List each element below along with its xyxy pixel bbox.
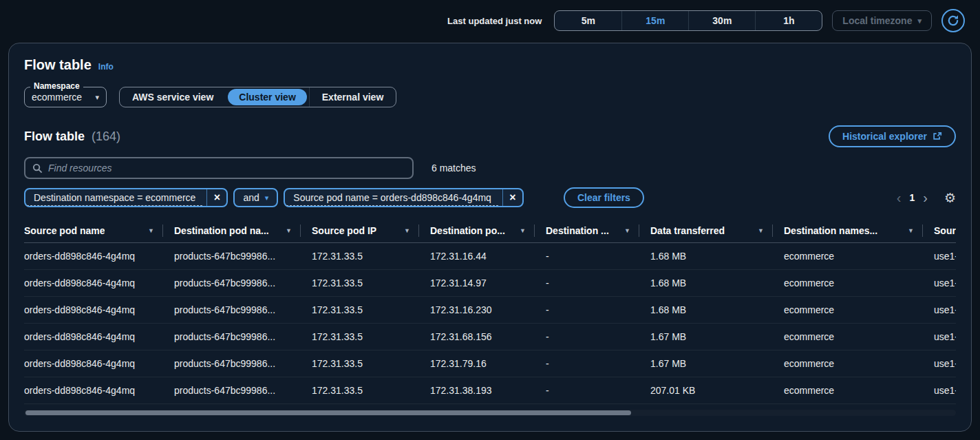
filter-token-label[interactable]: Source pod name = orders-dd898c846-4g4mq bbox=[286, 190, 498, 206]
table-cell: 172.31.33.5 bbox=[312, 296, 430, 323]
table-cell: 172.31.33.5 bbox=[312, 377, 430, 404]
column-header-label: Source pod name bbox=[24, 225, 105, 236]
column-header-label: Destination ... bbox=[546, 225, 609, 236]
scrollbar-thumb[interactable] bbox=[25, 410, 631, 415]
table-row[interactable]: orders-dd898c846-4g4mqproducts-647bc9998… bbox=[24, 350, 956, 377]
table-row[interactable]: orders-dd898c846-4g4mqproducts-647bc9998… bbox=[24, 377, 956, 404]
current-page: 1 bbox=[908, 192, 916, 203]
filter-token-label[interactable]: Destination namespace = ecommerce bbox=[27, 190, 202, 206]
table-cell: use1- bbox=[934, 350, 956, 377]
external-link-icon bbox=[933, 132, 942, 141]
table-cell: 172.31.33.5 bbox=[312, 350, 430, 377]
column-filter-caret-icon[interactable]: ▼ bbox=[520, 227, 526, 234]
filter-token-source-pod: Source pod name = orders-dd898c846-4g4mq… bbox=[284, 188, 524, 207]
namespace-value: ecommerce bbox=[32, 92, 82, 103]
table-cell: orders-dd898c846-4g4mq bbox=[24, 296, 174, 323]
flow-table-panel: Flow table Info Namespace ecommerce ▾ AW… bbox=[8, 43, 972, 432]
next-page-button[interactable]: › bbox=[923, 191, 928, 205]
close-icon[interactable]: × bbox=[207, 189, 226, 206]
time-range-30m[interactable]: 30m bbox=[688, 11, 755, 30]
view-toggle: AWS service view Cluster view External v… bbox=[119, 87, 396, 107]
table-cell: ecommerce bbox=[784, 350, 934, 377]
table-cell: products-647bc99986... bbox=[174, 296, 312, 323]
table-cell: ecommerce bbox=[784, 242, 934, 269]
timezone-label: Local timezone bbox=[842, 15, 912, 26]
table-cell: use1- bbox=[934, 296, 956, 323]
refresh-button[interactable] bbox=[941, 9, 965, 32]
column-header: Destination po...▼ bbox=[430, 219, 546, 242]
column-filter-caret-icon[interactable]: ▼ bbox=[286, 227, 292, 234]
table-cell: 172.31.38.193 bbox=[430, 377, 546, 404]
table-cell: - bbox=[546, 269, 650, 296]
table-cell: - bbox=[546, 296, 650, 323]
table-row[interactable]: orders-dd898c846-4g4mqproducts-647bc9998… bbox=[24, 296, 956, 323]
table-cell: 172.31.33.5 bbox=[312, 242, 430, 269]
chevron-down-icon: ▾ bbox=[265, 193, 269, 202]
table-cell: 1.68 MB bbox=[650, 269, 784, 296]
table-cell: - bbox=[546, 242, 650, 269]
column-header-label: Destination pod na... bbox=[174, 225, 269, 236]
horizontal-scrollbar[interactable] bbox=[24, 410, 956, 416]
column-header: Destination ...▼ bbox=[546, 219, 650, 242]
table-row[interactable]: orders-dd898c846-4g4mqproducts-647bc9998… bbox=[24, 242, 956, 269]
table-cell: orders-dd898c846-4g4mq bbox=[24, 269, 174, 296]
table-cell: 1.67 MB bbox=[650, 323, 784, 350]
clear-filters-button[interactable]: Clear filters bbox=[564, 187, 644, 208]
column-header: Data transferred▼ bbox=[650, 219, 784, 242]
table-row[interactable]: orders-dd898c846-4g4mqproducts-647bc9998… bbox=[24, 269, 956, 296]
column-header-label: Data transferred bbox=[650, 225, 725, 236]
panel-title-row: Flow table Info bbox=[24, 57, 956, 73]
table-cell: orders-dd898c846-4g4mq bbox=[24, 242, 174, 269]
gear-icon[interactable]: ⚙ bbox=[944, 191, 956, 205]
column-header: Source pod name▼ bbox=[24, 219, 174, 242]
search-input[interactable] bbox=[48, 163, 405, 174]
timezone-dropdown[interactable]: Local timezone ▾ bbox=[832, 10, 932, 31]
table-cell: products-647bc99986... bbox=[174, 269, 312, 296]
view-cluster[interactable]: Cluster view bbox=[228, 89, 306, 105]
chevron-down-icon: ▾ bbox=[917, 17, 922, 25]
table-cell: 207.01 KB bbox=[650, 377, 784, 404]
table-cell: 1.68 MB bbox=[650, 242, 784, 269]
table-cell: products-647bc99986... bbox=[174, 377, 312, 404]
last-updated-text: Last updated just now bbox=[447, 16, 542, 26]
table-cell: 172.31.33.5 bbox=[312, 323, 430, 350]
table-cell: ecommerce bbox=[784, 269, 934, 296]
column-filter-caret-icon[interactable]: ▼ bbox=[758, 227, 764, 234]
column-filter-caret-icon[interactable]: ▼ bbox=[624, 227, 630, 234]
table-title: Flow table bbox=[24, 129, 85, 143]
view-external[interactable]: External view bbox=[309, 87, 396, 107]
chevron-down-icon: ▾ bbox=[95, 93, 99, 102]
table-row[interactable]: orders-dd898c846-4g4mqproducts-647bc9998… bbox=[24, 323, 956, 350]
table-cell: ecommerce bbox=[784, 296, 934, 323]
view-aws-service[interactable]: AWS service view bbox=[120, 87, 226, 107]
topbar: Last updated just now 5m 15m 30m 1h Loca… bbox=[0, 0, 980, 41]
column-filter-caret-icon[interactable]: ▼ bbox=[908, 227, 914, 234]
column-filter-caret-icon[interactable]: ▼ bbox=[404, 227, 410, 234]
search-row: 6 matches bbox=[24, 157, 956, 179]
historical-explorer-button[interactable]: Historical explorer bbox=[829, 125, 956, 147]
table-cell: 172.31.33.5 bbox=[312, 269, 430, 296]
namespace-select[interactable]: Namespace ecommerce ▾ bbox=[24, 87, 107, 107]
table-cell: ecommerce bbox=[784, 377, 934, 404]
column-header: Sour▼ bbox=[934, 219, 956, 242]
filter-operator-dropdown[interactable]: and ▾ bbox=[233, 188, 278, 207]
time-range-15m[interactable]: 15m bbox=[621, 11, 688, 30]
close-icon[interactable]: × bbox=[503, 189, 522, 206]
table-cell: 172.31.14.97 bbox=[430, 269, 546, 296]
time-range-5m[interactable]: 5m bbox=[555, 11, 621, 30]
table-cell: 172.31.16.44 bbox=[430, 242, 546, 269]
table-cell: use1- bbox=[934, 323, 956, 350]
table-cell: - bbox=[546, 350, 650, 377]
search-icon bbox=[32, 163, 43, 174]
matches-count: 6 matches bbox=[432, 163, 476, 174]
filter-row: Destination namespace = ecommerce × and … bbox=[24, 187, 956, 208]
column-header: Source pod IP▼ bbox=[312, 219, 430, 242]
table-header-row: Source pod name▼Destination pod na...▼So… bbox=[24, 219, 956, 242]
search-box bbox=[24, 157, 414, 179]
table-cell: orders-dd898c846-4g4mq bbox=[24, 323, 174, 350]
time-range-1h[interactable]: 1h bbox=[755, 11, 822, 30]
info-link[interactable]: Info bbox=[98, 62, 114, 72]
table-cell: products-647bc99986... bbox=[174, 242, 312, 269]
column-filter-caret-icon[interactable]: ▼ bbox=[148, 227, 154, 234]
previous-page-button[interactable]: ‹ bbox=[897, 191, 902, 205]
